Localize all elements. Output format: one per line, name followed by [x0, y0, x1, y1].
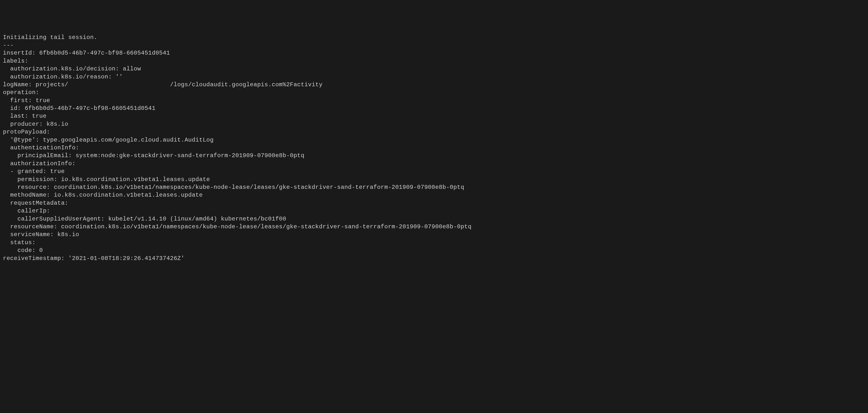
log-line: authorization.k8s.io/reason: '' — [3, 73, 123, 80]
log-line: Initializing tail session. — [3, 34, 97, 41]
log-line: id: 6fb6b0d5-46b7-497c-bf98-6605451d0541 — [3, 105, 156, 112]
log-line: authorizationInfo: — [3, 160, 75, 167]
log-line: logName: projects/ /logs/cloudaudit.goog… — [3, 82, 322, 88]
log-line: --- — [3, 42, 14, 49]
log-line: callerIp: — [3, 208, 50, 214]
terminal-output[interactable]: Initializing tail session. --- insertId:… — [3, 34, 865, 262]
log-line: requestMetadata: — [3, 200, 68, 206]
log-line: - granted: true — [3, 168, 65, 175]
log-line: labels: — [3, 58, 28, 64]
log-line: serviceName: k8s.io — [3, 231, 79, 238]
log-line: callerSuppliedUserAgent: kubelet/v1.14.1… — [3, 216, 286, 222]
log-line: principalEmail: system:node:gke-stackdri… — [3, 152, 305, 159]
log-line: last: true — [3, 113, 46, 119]
log-line: receiveTimestamp: '2021-01-08T18:29:26.4… — [3, 255, 185, 262]
log-line: permission: io.k8s.coordination.v1beta1.… — [3, 176, 210, 183]
log-line: code: 0 — [3, 247, 43, 254]
log-line: resource: coordination.k8s.io/v1beta1/na… — [3, 184, 464, 191]
log-line: methodName: io.k8s.coordination.v1beta1.… — [3, 192, 203, 198]
log-line: resourceName: coordination.k8s.io/v1beta… — [3, 223, 471, 230]
log-line: protoPayload: — [3, 129, 50, 135]
log-line: status: — [3, 239, 36, 246]
log-line: producer: k8s.io — [3, 121, 68, 127]
log-line: first: true — [3, 97, 50, 104]
log-line: authenticationInfo: — [3, 145, 79, 151]
log-line: insertId: 6fb6b0d5-46b7-497c-bf98-660545… — [3, 50, 170, 56]
log-line: authorization.k8s.io/decision: allow — [3, 66, 141, 72]
log-line: '@type': type.googleapis.com/google.clou… — [3, 137, 214, 143]
log-line: operation: — [3, 89, 39, 96]
